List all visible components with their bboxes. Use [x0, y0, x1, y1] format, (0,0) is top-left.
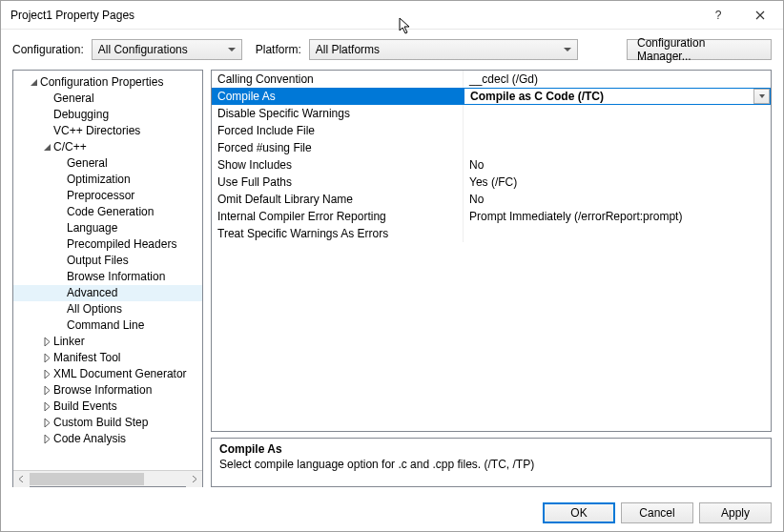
grid-row[interactable]: Show IncludesNo — [212, 156, 771, 174]
platform-combo[interactable]: All Platforms — [309, 39, 578, 60]
titlebar: Project1 Property Pages ? — [1, 1, 783, 30]
close-button[interactable] — [739, 2, 781, 29]
grid-value[interactable] — [464, 122, 771, 139]
tree-item[interactable]: Precompiled Headers — [13, 236, 202, 253]
tree-hscrollbar[interactable] — [13, 470, 202, 486]
grid-row[interactable]: Forced #using File — [212, 139, 771, 156]
tree-cpp[interactable]: C/C++ — [13, 139, 202, 155]
grid-value[interactable]: Prompt Immediately (/errorReport:prompt) — [464, 208, 771, 225]
help-button[interactable]: ? — [697, 2, 739, 29]
grid-row[interactable]: Calling Convention__cdecl (/Gd) — [212, 71, 771, 88]
expand-open-icon[interactable] — [27, 78, 40, 87]
tree-item[interactable]: Browse Information — [13, 382, 202, 399]
grid-name: Disable Specific Warnings — [212, 105, 464, 122]
description-title: Compile As — [219, 442, 763, 456]
tree-item[interactable]: General — [13, 155, 202, 172]
scroll-right-button[interactable] — [186, 471, 202, 487]
configuration-combo[interactable]: All Configurations — [92, 39, 242, 60]
grid-name: Treat Specific Warnings As Errors — [212, 225, 464, 242]
grid-row[interactable]: Forced Include File — [212, 122, 771, 139]
tree-item[interactable]: Output Files — [13, 253, 202, 269]
expand-closed-icon[interactable] — [40, 386, 53, 395]
tree-item[interactable]: Browse Information — [13, 269, 202, 285]
grid-name: Show Includes — [212, 156, 464, 174]
tree-item[interactable]: Optimization — [13, 172, 202, 188]
grid-row[interactable]: Treat Specific Warnings As Errors — [212, 225, 771, 242]
tree-item[interactable]: Build Events — [13, 399, 202, 415]
grid-value[interactable] — [464, 225, 771, 242]
tree-item[interactable]: VC++ Directories — [13, 123, 202, 139]
grid-row[interactable]: Disable Specific Warnings — [212, 105, 771, 122]
tree-item[interactable]: Command Line — [13, 317, 202, 334]
tree-item[interactable]: Debugging — [13, 107, 202, 123]
expand-closed-icon[interactable] — [40, 370, 53, 379]
grid-name: Omit Default Library Name — [212, 191, 464, 208]
tree-item[interactable]: All Options — [13, 301, 202, 317]
tree-item[interactable]: Code Analysis — [13, 431, 202, 447]
grid-value[interactable]: __cdecl (/Gd) — [464, 71, 771, 88]
apply-button[interactable]: Apply — [699, 502, 772, 523]
description-text: Select compile language option for .c an… — [219, 458, 763, 471]
tree-item[interactable]: Manifest Tool — [13, 350, 202, 366]
configuration-value: All Configurations — [98, 43, 188, 56]
description-box: Compile As Select compile language optio… — [211, 438, 772, 487]
config-row: Configuration: All Configurations Platfo… — [1, 30, 783, 70]
tree-item[interactable]: General — [13, 91, 202, 107]
platform-label: Platform: — [256, 43, 301, 56]
expand-closed-icon[interactable] — [40, 419, 53, 427]
property-grid[interactable]: Calling Convention__cdecl (/Gd)Compile A… — [211, 70, 772, 432]
tree-item[interactable]: Preprocessor — [13, 188, 202, 204]
grid-value[interactable]: Yes (/FC) — [464, 174, 771, 191]
platform-value: All Platforms — [316, 43, 380, 56]
expand-closed-icon[interactable] — [40, 354, 53, 362]
dropdown-button[interactable] — [753, 89, 770, 104]
grid-value[interactable]: No — [464, 156, 771, 174]
grid-value[interactable]: Compile as C Code (/TC) — [464, 88, 771, 105]
right-panel: Calling Convention__cdecl (/Gd)Compile A… — [211, 70, 772, 487]
grid-name: Forced #using File — [212, 139, 464, 156]
expand-closed-icon[interactable] — [40, 402, 53, 411]
grid-name: Compile As — [212, 88, 464, 105]
tree-item[interactable]: Custom Build Step — [13, 415, 202, 431]
grid-name: Use Full Paths — [212, 174, 464, 191]
grid-row-selected[interactable]: Compile AsCompile as C Code (/TC) — [212, 88, 771, 105]
configuration-label: Configuration: — [12, 43, 84, 56]
cancel-button[interactable]: Cancel — [621, 502, 693, 523]
grid-value[interactable] — [464, 139, 771, 156]
expand-closed-icon[interactable] — [40, 338, 53, 346]
scroll-thumb[interactable] — [30, 473, 144, 485]
tree-root[interactable]: Configuration Properties — [13, 74, 202, 91]
tree-item[interactable]: XML Document Generator — [13, 366, 202, 382]
grid-row[interactable]: Internal Compiler Error ReportingPrompt … — [212, 208, 771, 225]
grid-name: Internal Compiler Error Reporting — [212, 208, 464, 225]
tree-item[interactable]: Code Generation — [13, 204, 202, 220]
expand-closed-icon[interactable] — [40, 435, 53, 443]
main-area: Configuration PropertiesGeneralDebugging… — [1, 70, 783, 495]
ok-button[interactable]: OK — [543, 502, 615, 523]
grid-name: Forced Include File — [212, 122, 464, 139]
footer: OK Cancel Apply — [1, 495, 783, 531]
grid-row[interactable]: Use Full PathsYes (/FC) — [212, 174, 771, 191]
configuration-manager-button[interactable]: Configuration Manager... — [627, 39, 772, 60]
tree-item[interactable]: Linker — [13, 334, 202, 350]
scroll-left-button[interactable] — [13, 471, 30, 487]
grid-value[interactable]: No — [464, 191, 771, 208]
tree-panel: Configuration PropertiesGeneralDebugging… — [12, 70, 203, 487]
expand-open-icon[interactable] — [40, 143, 53, 152]
grid-row[interactable]: Omit Default Library NameNo — [212, 191, 771, 208]
grid-name: Calling Convention — [212, 71, 464, 88]
tree-item[interactable]: Advanced — [13, 285, 202, 301]
tree[interactable]: Configuration PropertiesGeneralDebugging… — [13, 71, 202, 470]
tree-item[interactable]: Language — [13, 220, 202, 236]
window-title: Project1 Property Pages — [10, 9, 697, 22]
grid-value[interactable] — [464, 105, 771, 122]
